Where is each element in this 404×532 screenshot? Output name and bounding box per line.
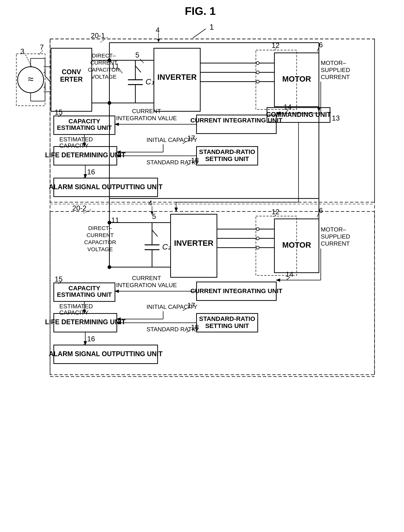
ref-3: 3 <box>20 47 24 55</box>
ref-6-1: 6 <box>319 41 323 49</box>
capacity-est-1a: CAPACITY <box>68 118 100 125</box>
ref-1: 1 <box>209 23 214 31</box>
svg-line-135 <box>83 342 86 345</box>
std-ratio-val-2: STANDARD RATIO <box>146 326 198 333</box>
svg-line-31 <box>140 59 144 63</box>
motor-current-2c: CURRENT <box>321 240 350 247</box>
dc-cap-label2: CURRENT <box>90 59 118 66</box>
dc-cap-label2-2: CURRENT <box>87 232 114 238</box>
ref-14-2: 14 <box>285 270 293 278</box>
ref-20-1: 20-1 <box>91 32 105 39</box>
svg-point-113 <box>256 246 259 249</box>
ref-20-2: 20-2 <box>72 204 86 212</box>
std-ratio-2b: SETTING UNIT <box>205 322 249 329</box>
motor-current-2b: SUPPLIED <box>321 233 350 240</box>
svg-point-52 <box>256 80 259 83</box>
ref-7: 7 <box>40 43 44 51</box>
dc-cap-label2-4: VOLTAGE <box>87 246 113 252</box>
current-integrating-2: CURRENT INTEGRATING UNIT <box>190 287 282 294</box>
c1-label: C₁ <box>145 77 154 86</box>
c2-label: C₂ <box>162 243 171 251</box>
life-det-2: LIFE DETERMINING UNIT <box>45 318 126 326</box>
inverter2-label: INVERTER <box>174 239 213 247</box>
ref-17-2: 17 <box>187 302 195 309</box>
ref-5-1: 5 <box>135 51 139 59</box>
motor-current-1c: CURRENT <box>321 74 350 80</box>
std-ratio-2a: STANDARD-RATIO <box>199 315 255 322</box>
ref-17-1: 17 <box>187 134 195 142</box>
ref-18-2: 18 <box>191 323 199 331</box>
ref-15-1: 15 <box>55 108 63 116</box>
ref-5-2: 5 <box>152 212 156 220</box>
svg-point-51 <box>256 71 259 74</box>
capacity-est-2a: CAPACITY <box>68 285 100 292</box>
est-cap-1a: ESTIMATED <box>59 136 93 143</box>
dc-cap-label1: DIRECT– <box>92 52 116 59</box>
ac-source: ≈ <box>28 73 33 85</box>
diagram-container: FIG. 1 1 20-1 4 CONV ERTER ≈ 3 7 <box>0 0 404 532</box>
ref-4-top: 4 <box>156 26 160 34</box>
converter-label2: ERTER <box>60 76 83 83</box>
alarm-2: ALARM SIGNAL OUTPUTTING UNIT <box>49 350 162 358</box>
std-ratio-1a: STANDARD-RATIO <box>199 148 255 155</box>
std-ratio-1b: SETTING UNIT <box>205 155 249 162</box>
ref-16-1: 16 <box>87 168 95 176</box>
est-cap-2b: CAPACITY <box>59 309 89 316</box>
life-det-1: LIFE DETERMINING UNIT <box>45 151 126 159</box>
svg-line-107 <box>317 214 319 217</box>
curr-int-val-2a: CURRENT <box>132 275 161 281</box>
svg-marker-6 <box>157 39 160 42</box>
dc-cap-label2-1: DIRECT– <box>88 225 112 231</box>
est-cap-1b: CAPACITY <box>59 142 89 149</box>
svg-line-34 <box>135 66 141 72</box>
dc-cap-label2-3: CAPACITOR <box>84 239 116 245</box>
curr-int-val-1b: INTEGRATION VALUE <box>116 115 177 122</box>
svg-line-14 <box>45 76 50 82</box>
ref-13: 13 <box>332 114 340 122</box>
motor-current-1a: MOTOR– <box>321 59 346 66</box>
commanding-unit: COMMANDING UNIT <box>266 111 331 118</box>
dc-cap-label3: CAPACITOR <box>88 67 120 73</box>
ref-15-2: 15 <box>55 275 63 283</box>
alarm-1: ALARM SIGNAL OUTPUTTING UNIT <box>49 183 162 191</box>
inverter1-label: INVERTER <box>158 73 197 81</box>
ref-11-2: 11 <box>111 216 119 224</box>
ref-18-1: 18 <box>191 157 199 164</box>
ref-14-1: 14 <box>284 103 291 111</box>
svg-point-50 <box>256 62 259 64</box>
motor-current-1b: SUPPLIED <box>321 67 350 73</box>
svg-line-96 <box>152 230 158 237</box>
curr-int-val-1a: CURRENT <box>132 108 161 115</box>
svg-line-46 <box>317 48 319 51</box>
fig-title: FIG. 1 <box>185 5 216 17</box>
svg-line-76 <box>83 175 86 178</box>
est-cap-2a: ESTIMATED <box>59 303 93 310</box>
ref-12-2: 12 <box>272 208 279 216</box>
dc-cap-label4: VOLTAGE <box>91 74 116 80</box>
capacity-est-1b: ESTIMATING UNIT <box>57 124 112 131</box>
ref-6-2: 6 <box>319 207 323 214</box>
ref-16-2: 16 <box>87 335 95 343</box>
std-ratio-val-1: STANDARD RATIO <box>146 159 198 166</box>
capacity-est-2b: ESTIMATING UNIT <box>57 291 112 298</box>
svg-point-111 <box>256 228 259 231</box>
motor-current-2a: MOTOR– <box>321 226 346 233</box>
converter-label: CONV <box>62 68 81 76</box>
curr-int-val-2b: INTEGRATION VALUE <box>116 282 177 288</box>
svg-point-112 <box>256 237 259 240</box>
ref-4-lower: 4 <box>148 199 152 207</box>
svg-line-2 <box>193 29 206 38</box>
